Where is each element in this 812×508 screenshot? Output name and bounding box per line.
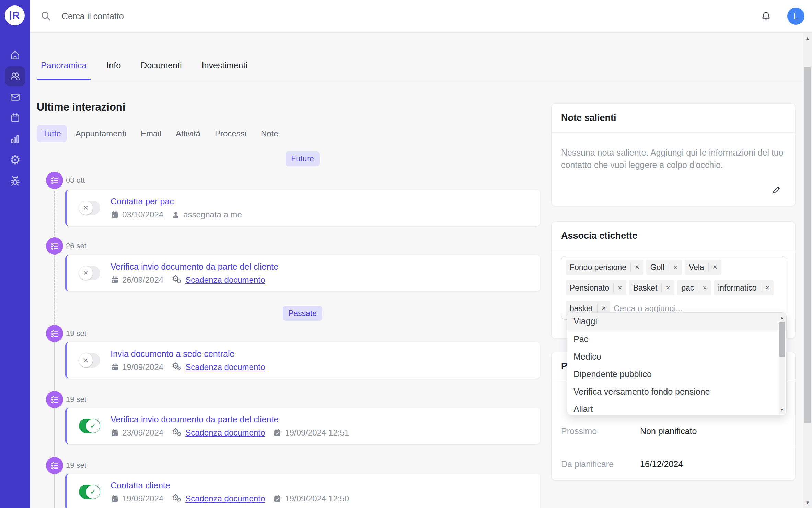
filter-attivita[interactable]: Attività [170, 125, 206, 142]
calendar-icon [9, 112, 21, 124]
main-content: Panoramica Info Documenti Investimenti U… [30, 33, 803, 508]
bell-icon [761, 11, 772, 22]
sidebar-item-bug[interactable] [5, 171, 25, 191]
dropdown-scrollbar[interactable]: ▲ ▼ [779, 313, 785, 414]
suggestion-item[interactable]: Pac [567, 330, 786, 348]
process-link[interactable]: Scadenza documento [185, 428, 265, 438]
process-link[interactable]: Scadenza documento [185, 275, 265, 285]
complete-toggle[interactable]: ✓ [79, 485, 100, 499]
notes-card-title: Note salienti [552, 104, 795, 133]
interaction-card: ✕ Invia documento a sede centrale 19/09/… [65, 342, 540, 379]
process-icon: ⚙⚙ [172, 275, 182, 285]
notifications-button[interactable] [761, 11, 772, 22]
sidebar-item-reports[interactable] [5, 129, 25, 149]
remove-tag-icon[interactable]: × [708, 263, 721, 272]
planning-row: Da pianificare 16/12/2024 [552, 447, 795, 481]
interaction-title-link[interactable]: Contatta per pac [111, 196, 250, 206]
calendar-icon [111, 495, 119, 503]
filter-note[interactable]: Note [255, 125, 284, 142]
timeline-date: 19 set [66, 395, 86, 404]
suggestion-item[interactable]: Viaggi [567, 313, 786, 330]
contact-tabs: Panoramica Info Documenti Investimenti [37, 51, 802, 80]
tab-documenti[interactable]: Documenti [137, 51, 186, 80]
remove-tag-icon[interactable]: × [630, 263, 643, 272]
labels-card-title: Associa etichette [552, 222, 795, 250]
due-date: 19/09/2024 [122, 494, 163, 504]
suggestion-item[interactable]: Dipendente pubblico [567, 365, 786, 383]
remove-tag-icon[interactable]: × [761, 283, 774, 292]
interaction-title-link[interactable]: Invia documento a sede centrale [111, 349, 273, 359]
page-scrollbar-thumb[interactable] [804, 67, 811, 423]
process-link[interactable]: Scadenza documento [185, 362, 265, 372]
interaction-title-link[interactable]: Verifica invio documento da parte del cl… [111, 415, 357, 425]
tags-input-box[interactable]: Fondo pensione× Golf× Vela× Pensionato× … [561, 256, 786, 320]
search-icon [40, 11, 51, 22]
filter-tutte[interactable]: Tutte [37, 125, 67, 142]
avatar[interactable]: L [787, 8, 804, 25]
process-link[interactable]: Scadenza documento [185, 494, 265, 504]
group-badge-future: Future [65, 151, 540, 166]
interaction-card: ✕ Verifica invio documento da parte del … [65, 255, 540, 291]
complete-toggle[interactable]: ✕ [79, 353, 100, 368]
tab-investimenti[interactable]: Investimenti [198, 51, 252, 80]
scroll-down-icon[interactable]: ▼ [779, 407, 785, 412]
calendar-icon [111, 211, 119, 219]
remove-tag-icon[interactable]: × [613, 283, 626, 292]
scroll-up-icon[interactable]: ▲ [803, 36, 812, 41]
sidebar-item-contacts[interactable] [5, 66, 25, 86]
search-input[interactable] [61, 11, 303, 22]
scroll-down-icon[interactable]: ▼ [803, 500, 812, 505]
sidebar-item-calendar[interactable] [5, 108, 25, 128]
dropdown-scrollbar-thumb[interactable] [779, 322, 785, 357]
tag-chip: Basket× [629, 280, 674, 295]
due-date: 03/10/2024 [122, 210, 163, 219]
calendar-icon [111, 363, 119, 371]
complete-toggle[interactable]: ✕ [79, 266, 100, 280]
task-list-icon [46, 325, 63, 342]
tag-chip: Pensionato× [566, 280, 626, 295]
timeline-rail-dashed [54, 191, 55, 325]
tag-chip: pac× [677, 280, 711, 295]
complete-toggle[interactable]: ✕ [79, 201, 100, 215]
group-badge-passate: Passate [65, 306, 540, 321]
edit-notes-button[interactable] [771, 184, 782, 195]
remove-tag-icon[interactable]: × [597, 304, 610, 313]
interaction-title-link[interactable]: Verifica invio documento da parte del cl… [111, 262, 278, 272]
process-icon: ⚙⚙ [172, 494, 182, 504]
task-list-icon [46, 172, 63, 189]
filter-email[interactable]: Email [135, 125, 167, 142]
contacts-icon [9, 70, 21, 82]
due-date: 23/09/2024 [122, 428, 163, 438]
topbar: L [30, 0, 812, 33]
mail-icon [9, 91, 21, 103]
assignee: assegnata a me [183, 210, 242, 219]
filter-processi[interactable]: Processi [209, 125, 252, 142]
tab-info[interactable]: Info [102, 51, 125, 80]
interaction-card: ✓ Verifica invio documento da parte del … [65, 408, 540, 444]
bug-icon [9, 175, 21, 187]
suggestion-item[interactable]: Verifica versamento fondo pensione [567, 383, 786, 400]
calendar-icon [111, 276, 119, 284]
remove-tag-icon[interactable]: × [661, 283, 674, 292]
sidebar-item-settings[interactable]: ⚙ [5, 150, 25, 170]
tab-panoramica[interactable]: Panoramica [37, 51, 91, 80]
calendar-check-icon [273, 495, 281, 503]
filter-appuntamenti[interactable]: Appuntamenti [70, 125, 132, 142]
sidebar-item-home[interactable] [5, 45, 25, 65]
interaction-title-link[interactable]: Contatta cliente [111, 481, 357, 490]
bar-chart-icon [9, 133, 21, 145]
notes-card: Note salienti Nessuna nota saliente. Agg… [551, 103, 796, 206]
timeline-date: 19 set [66, 461, 86, 470]
process-icon: ⚙⚙ [172, 428, 182, 438]
scroll-up-icon[interactable]: ▲ [779, 315, 785, 320]
suggestion-item[interactable]: Allart [567, 400, 786, 415]
remove-tag-icon[interactable]: × [669, 263, 682, 272]
page-scrollbar[interactable]: ▲ ▼ [803, 33, 812, 508]
sidebar-item-mail[interactable] [5, 87, 25, 107]
remove-tag-icon[interactable]: × [698, 283, 711, 292]
complete-toggle[interactable]: ✓ [79, 419, 100, 433]
person-icon [172, 211, 180, 219]
app-logo[interactable]: R [5, 5, 25, 25]
task-list-icon [46, 237, 63, 255]
suggestion-item[interactable]: Medico [567, 348, 786, 365]
